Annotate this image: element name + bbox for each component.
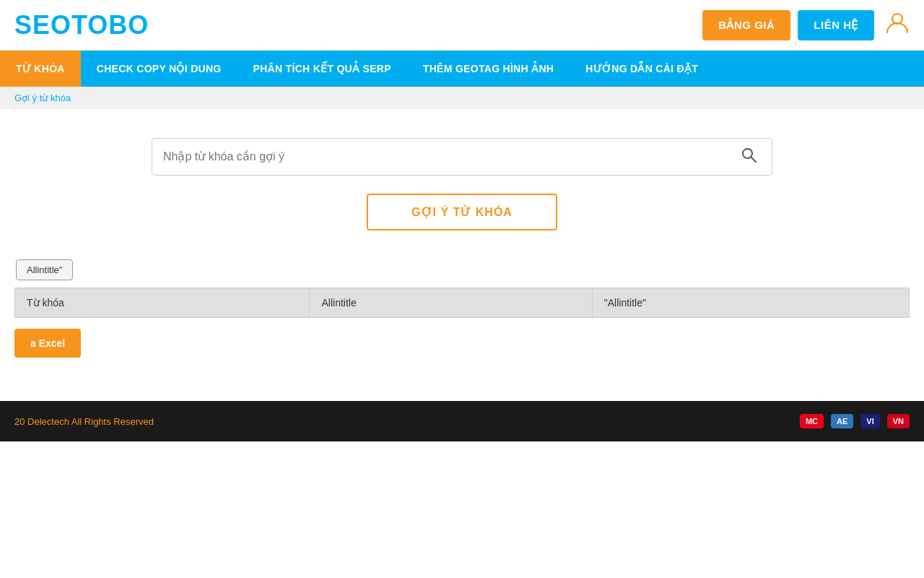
breadcrumb: Gợi ý từ khóa	[0, 87, 924, 109]
nav-item-check-copy[interactable]: CHECK COPY NỘI DUNG	[81, 51, 237, 87]
lien-he-button[interactable]: LIÊN HỆ	[798, 10, 874, 40]
search-input[interactable]	[163, 150, 736, 163]
search-icon-button[interactable]	[736, 146, 761, 168]
bang-gia-button[interactable]: BẢNG GIÁ	[702, 10, 790, 40]
table-options: Allintitle"	[14, 259, 910, 280]
results-table: Từ khóa Allintitle "Allintitle"	[14, 288, 910, 318]
option-allintitle-btn[interactable]: Allintitle"	[16, 259, 73, 280]
main-nav: TỪ KHÓA CHECK COPY NỘI DUNG PHÂN TÍCH KẾ…	[0, 51, 924, 87]
col-allintitle-q: "Allintitle"	[592, 288, 909, 318]
nav-item-tu-khoa[interactable]: TỪ KHÓA	[0, 51, 81, 87]
goi-y-button[interactable]: GỢI Ý TỪ KHÓA	[367, 194, 557, 230]
footer-payment: MC AE VI VN	[800, 414, 910, 428]
logo: SEOTOBO	[14, 10, 149, 40]
table-header: Từ khóa Allintitle "Allintitle"	[15, 288, 910, 318]
footer: 20 Delectech All Rights Reserved MC AE V…	[0, 401, 924, 441]
footer-year: 20	[14, 416, 27, 427]
footer-copyright: 20 Delectech All Rights Reserved	[14, 416, 154, 427]
col-allintitle: Allintitle	[310, 288, 592, 318]
footer-rights: All Rights Reserved	[71, 416, 154, 427]
logo-tobo: TOBO	[71, 10, 149, 40]
table-section: Allintitle" Từ khóa Allintitle "Allintit…	[14, 259, 910, 358]
table-header-row: Từ khóa Allintitle "Allintitle"	[15, 288, 910, 318]
payment-mastercard-icon: MC	[800, 414, 824, 428]
payment-visa-icon: VI	[860, 414, 879, 428]
search-bar	[152, 138, 772, 176]
footer-brand: Delectech	[27, 416, 69, 427]
nav-item-huong-dan[interactable]: HƯỚNG DẪN CÀI ĐẶT	[570, 51, 714, 87]
excel-export-button[interactable]: a Excel	[14, 329, 81, 358]
main-content: GỢI Ý TỪ KHÓA Allintitle" Từ khóa Allint…	[0, 109, 924, 379]
nav-item-phan-tich[interactable]: PHÂN TÍCH KẾT QUẢ SERP	[237, 51, 407, 87]
breadcrumb-text: Gợi ý từ khóa	[14, 92, 71, 103]
logo-seo: SEO	[14, 10, 71, 40]
col-tu-khoa: Từ khóa	[15, 288, 310, 318]
payment-vn-icon: VN	[887, 414, 910, 428]
svg-line-2	[751, 158, 757, 163]
header: SEOTOBO BẢNG GIÁ LIÊN HỆ	[0, 0, 924, 51]
nav-item-them-geotag[interactable]: THÊM GEOTAG HÌNH ẢNH	[407, 51, 570, 87]
user-icon[interactable]	[885, 10, 910, 40]
payment-amex-icon: AE	[831, 414, 853, 428]
